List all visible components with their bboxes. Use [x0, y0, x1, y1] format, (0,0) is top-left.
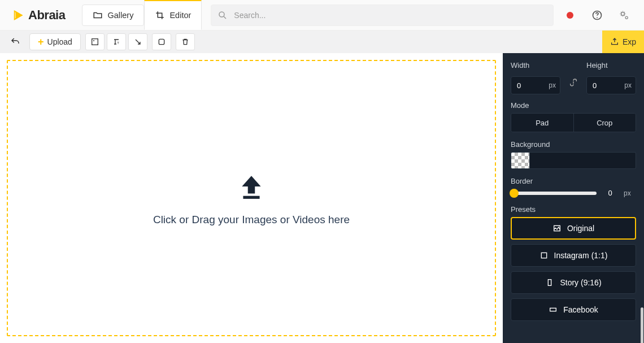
- preset-instagram[interactable]: Instagram (1:1): [511, 244, 636, 267]
- export-icon: [610, 37, 619, 46]
- image-icon: [552, 224, 562, 233]
- arrow-icon: [133, 37, 142, 46]
- arrow-tool-button[interactable]: [128, 33, 147, 50]
- preset-facebook[interactable]: Facebook: [511, 298, 636, 321]
- logo[interactable]: Abraia: [12, 8, 65, 23]
- border-value: 0: [602, 189, 618, 197]
- help-icon: [591, 10, 603, 21]
- logo-text: Abraia: [28, 8, 65, 23]
- canvas-area: Click or Drag your Images or Videos here: [0, 53, 503, 343]
- export-label: Exp: [623, 37, 636, 46]
- help-button[interactable]: [588, 6, 607, 25]
- rect-icon: [157, 37, 166, 46]
- upload-icon: [237, 171, 266, 202]
- undo-icon: [10, 37, 20, 47]
- background-swatch[interactable]: [511, 152, 530, 169]
- svg-rect-10: [243, 196, 259, 198]
- play-logo-icon: [12, 9, 25, 21]
- text-tool-button[interactable]: T: [107, 33, 126, 50]
- mode-pad-button[interactable]: Pad: [511, 114, 573, 132]
- background-input[interactable]: [530, 152, 636, 169]
- preset-label: Story (9:16): [560, 278, 601, 287]
- width-unit: px: [549, 81, 556, 89]
- nav-label-gallery: Gallery: [107, 11, 133, 20]
- svg-point-5: [625, 16, 628, 19]
- preset-story[interactable]: Story (9:16): [511, 271, 636, 294]
- svg-point-0: [219, 12, 224, 17]
- svg-point-4: [621, 12, 625, 15]
- toolbar: + Upload T: [0, 31, 644, 53]
- landscape-icon: [549, 305, 558, 314]
- header-actions: [560, 6, 637, 25]
- image-icon: [90, 37, 99, 46]
- record-button[interactable]: [560, 6, 580, 25]
- delete-button[interactable]: [176, 33, 195, 50]
- undo-button[interactable]: [6, 33, 25, 50]
- svg-rect-6: [92, 39, 98, 45]
- svg-rect-9: [159, 39, 164, 44]
- nav-tab-gallery[interactable]: Gallery: [82, 5, 144, 26]
- nav-tabs: Gallery Editor: [82, 0, 202, 31]
- nav-label-editor: Editor: [169, 11, 191, 20]
- main: Click or Drag your Images or Videos here…: [0, 53, 644, 343]
- link-dimensions-button[interactable]: [567, 67, 580, 89]
- link-icon: [569, 78, 578, 87]
- height-unit: px: [624, 81, 632, 89]
- search-input[interactable]: [211, 5, 554, 26]
- square-icon: [539, 251, 549, 260]
- mode-label: Mode: [511, 101, 636, 110]
- mode-crop-button[interactable]: Crop: [573, 114, 636, 132]
- border-unit: px: [624, 189, 636, 197]
- image-tool-button[interactable]: [85, 33, 105, 50]
- svg-rect-13: [549, 280, 551, 286]
- record-icon: [567, 12, 573, 19]
- export-button[interactable]: Exp: [602, 31, 644, 53]
- upload-label: Upload: [47, 37, 72, 46]
- preset-original[interactable]: Original: [511, 217, 636, 240]
- preset-label: Original: [567, 224, 594, 233]
- border-slider[interactable]: [511, 192, 597, 195]
- preset-label: Facebook: [563, 305, 598, 314]
- crop-icon: [155, 10, 165, 20]
- text-icon: T: [112, 37, 121, 46]
- preset-label: Instagram (1:1): [554, 251, 608, 260]
- upload-button[interactable]: + Upload: [29, 33, 81, 50]
- properties-panel: Width px Height px Mode Pad Crop: [503, 53, 644, 343]
- dropzone-text: Click or Drag your Images or Videos here: [153, 214, 350, 226]
- header: Abraia Gallery Editor: [0, 0, 644, 31]
- scrollbar[interactable]: [641, 307, 643, 343]
- search-icon: [217, 10, 228, 20]
- svg-line-1: [224, 16, 227, 19]
- background-label: Background: [511, 140, 636, 149]
- svg-rect-12: [541, 253, 546, 258]
- shape-tool-button[interactable]: [152, 33, 171, 50]
- presets-label: Presets: [511, 205, 636, 214]
- svg-point-7: [93, 40, 94, 41]
- folder-icon: [93, 10, 103, 20]
- height-label: Height: [586, 61, 636, 70]
- dropzone[interactable]: Click or Drag your Images or Videos here: [7, 60, 496, 336]
- width-label: Width: [511, 61, 560, 70]
- portrait-icon: [545, 278, 554, 287]
- plus-icon: +: [38, 37, 44, 47]
- trash-icon: [181, 37, 190, 46]
- settings-button[interactable]: [615, 6, 634, 25]
- svg-text:T: T: [117, 41, 119, 45]
- border-label: Border: [511, 177, 636, 185]
- gear-icon: [619, 10, 630, 21]
- slider-thumb[interactable]: [510, 189, 519, 198]
- svg-rect-14: [550, 308, 556, 311]
- svg-point-3: [597, 17, 598, 18]
- nav-tab-editor[interactable]: Editor: [144, 0, 202, 30]
- search-wrap: [211, 5, 554, 26]
